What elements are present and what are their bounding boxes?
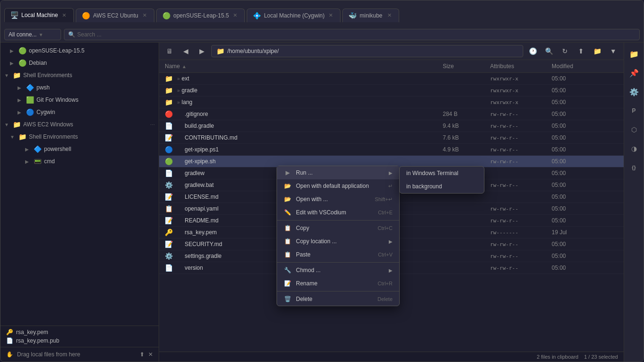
sidebar-item-opensuse[interactable]: ▶ 🟢 openSUSE-Leap-15.5 <box>0 44 159 57</box>
file-attr: rw-rw-r-- <box>490 182 552 188</box>
right-icon-github[interactable]: ⬡ <box>626 122 642 137</box>
expand-icon: ▼ <box>10 134 16 140</box>
menu-item-copy[interactable]: 📋 Copy Ctrl+C <box>277 221 399 235</box>
sidebar-item-pwsh[interactable]: ▶ 🔷 pwsh <box>0 81 159 94</box>
sidebar-tree: ▶ 🟢 openSUSE-Leap-15.5 ▶ 🟢 Debian ▼ 📁 Sh… <box>0 43 159 326</box>
git-file-icon: 🔴 <box>165 110 177 118</box>
sidebar-section-shell-envs[interactable]: ▼ 📁 Shell Environments <box>0 69 159 81</box>
drop-zone-container: 🔑 rsa_key.pem 📄 rsa_key.pem.pub ✋ Drag l… <box>0 326 159 362</box>
file-modified: 19 Jul <box>552 229 618 236</box>
history-button[interactable]: 🕐 <box>526 44 539 58</box>
file-table-header: Name ▲ Size Attributes Modified <box>159 60 624 73</box>
tab-close-aws[interactable]: ✕ <box>141 12 148 19</box>
right-icon-pro[interactable]: P <box>626 103 642 118</box>
path-text: /home/ubuntu/xpipe/ <box>227 48 279 54</box>
sidebar-item-cmd[interactable]: ▶ 📟 cmd <box>0 155 159 168</box>
file-size: 284 B <box>443 111 490 117</box>
close-drop-icon[interactable]: ✕ <box>148 351 153 358</box>
submenu-label-background: in background <box>406 183 442 190</box>
menu-label-edit: Edit with VSCodium <box>296 209 373 216</box>
table-row[interactable]: 📄 build.gradle 9.4 kB rw-rw-r-- 05:00 <box>159 120 624 132</box>
table-row[interactable]: 📝 CONTRIBUTING.md 7.6 kB rw-rw-r-- 05:00 <box>159 132 624 144</box>
tab-close-opensuse[interactable]: ✕ <box>232 12 239 19</box>
submenu-item-background[interactable]: in background <box>400 180 484 193</box>
tab-local-cygwin[interactable]: 💠 Local Machine (Cygwin) ✕ <box>247 9 340 22</box>
right-icon-discord[interactable]: ◑ <box>626 141 642 156</box>
menu-item-delete[interactable]: 🗑️ Delete Delete <box>277 292 399 306</box>
run-submenu[interactable]: in Windows Terminal in background <box>399 166 484 194</box>
file-icon: 📄 <box>165 169 177 177</box>
table-row[interactable]: 🔴 .gitignore 284 B rw-rw-r-- 05:00 <box>159 108 624 120</box>
upload-icon[interactable]: ⬆ <box>140 351 144 358</box>
drag-icon: ✋ <box>6 351 13 358</box>
search-input[interactable] <box>77 31 635 38</box>
file-attr: rw-rw-r-- <box>490 159 552 165</box>
selected-status: 1 / 23 selected <box>584 354 618 360</box>
expand-icon: ▼ <box>4 73 10 78</box>
tab-close-cygwin[interactable]: ✕ <box>327 12 334 19</box>
sidebar-item-debian[interactable]: ▶ 🟢 Debian <box>0 57 159 69</box>
chevron-right-icon: ▶ <box>10 61 16 66</box>
chevron-right-icon: ▶ <box>25 147 31 152</box>
drop-file-pub-label: rsa_key.pem.pub <box>16 337 59 344</box>
md-icon: 📝 <box>165 193 177 201</box>
table-row[interactable]: 📁 » lang rwxrwxr-x 05:00 <box>159 97 624 108</box>
monitor-icon[interactable]: 🖥 <box>163 44 176 58</box>
search-icon: 🔍 <box>68 31 75 38</box>
right-icon-pin[interactable]: 📌 <box>626 65 642 80</box>
tab-aws-ubuntu[interactable]: 🟠 AWS EC2 Ubuntu ✕ <box>76 9 154 22</box>
more-button[interactable]: ▼ <box>607 44 620 58</box>
menu-label-rename: Rename <box>296 280 373 287</box>
submenu-item-windows-terminal[interactable]: in Windows Terminal <box>400 167 484 180</box>
file-attr: rw-rw-r-- <box>490 111 552 117</box>
table-row[interactable]: 🔵 get-xpipe.ps1 4.9 kB rw-rw-r-- 05:00 <box>159 144 624 156</box>
table-row[interactable]: 📁 » gradle rwxrwxr-x 05:00 <box>159 85 624 97</box>
col-header-name[interactable]: Name ▲ <box>165 63 443 70</box>
sidebar-item-cygwin[interactable]: ▶ 🔵 Cygwin <box>0 106 159 118</box>
menu-item-edit[interactable]: ✏️ Edit with VSCodium Ctrl+E <box>277 206 399 219</box>
copy-loc-arrow-icon: ▶ <box>389 239 393 244</box>
sidebar-section-aws-windows[interactable]: ▼ 📁 AWS EC2 Windows ⋯ <box>0 118 159 131</box>
menu-item-rename[interactable]: 📝 Rename Ctrl+R <box>277 277 399 290</box>
path-bar[interactable]: 📁 /home/ubuntu/xpipe/ <box>211 45 523 57</box>
tab-minikube[interactable]: 🐳 minikube ✕ <box>342 9 399 22</box>
menu-item-paste[interactable]: 📋 Paste Ctrl+V <box>277 248 399 261</box>
separator <box>277 291 399 291</box>
shortcut-paste: Ctrl+V <box>378 252 393 257</box>
file-icon: 📄 <box>6 337 13 344</box>
back-button[interactable]: ◀ <box>179 44 192 58</box>
menu-item-open-default[interactable]: 📂 Open with default application ↵ <box>277 179 399 193</box>
new-folder-button[interactable]: 📁 <box>590 44 604 58</box>
context-menu[interactable]: ▶ Run ... ▶ in Windows Terminal in backg… <box>277 166 400 306</box>
tab-close-minikube[interactable]: ✕ <box>386 12 393 19</box>
table-row[interactable]: 📁 » ext rwxrwxr-x 05:00 <box>159 73 624 85</box>
folder-icon: 📁 <box>18 133 27 141</box>
search-button[interactable]: 🔍 <box>542 44 555 58</box>
upload-button[interactable]: ⬆ <box>574 44 588 58</box>
refresh-button[interactable]: ↻ <box>558 44 572 58</box>
tab-local-machine[interactable]: 🖥️ Local Machine ✕ <box>4 8 74 22</box>
drag-drop-zone[interactable]: ✋ Drag local files from here ⬆ ✕ <box>0 347 159 362</box>
file-modified: 05:00 <box>552 111 618 117</box>
menu-item-copy-location[interactable]: 📋 Copy location ... ▶ <box>277 235 399 248</box>
sidebar-item-git-windows[interactable]: ▶ 🟩 Git For Windows <box>0 94 159 106</box>
sidebar-section-aws-shell-envs[interactable]: ▼ 📁 Shell Environments <box>0 131 159 143</box>
sidebar-item-powershell[interactable]: ▶ 🔷 powershell <box>0 143 159 155</box>
file-modified: 05:00 <box>552 241 618 247</box>
menu-item-open-with[interactable]: 📂 Open with ... Shift+↵ <box>277 193 399 206</box>
right-icon-settings[interactable]: ⚙️ <box>626 84 642 99</box>
forward-button[interactable]: ▶ <box>195 44 208 58</box>
tab-close-local[interactable]: ✕ <box>61 12 68 19</box>
app-container: 🖥️ Local Machine ✕ 🟠 AWS EC2 Ubuntu ✕ 🟢 … <box>0 0 644 362</box>
tab-opensuse[interactable]: 🟢 openSUSE-Leap-15.5 ✕ <box>156 9 245 22</box>
right-icon-files[interactable]: 📁 <box>626 46 642 62</box>
right-icon-api[interactable]: {} <box>626 160 642 175</box>
menu-item-run[interactable]: ▶ Run ... ▶ in Windows Terminal in backg… <box>277 166 399 179</box>
col-header-attributes[interactable]: Attributes <box>490 63 552 70</box>
search-box[interactable]: 🔍 <box>64 29 640 40</box>
menu-item-chmod[interactable]: 🔧 Chmod ... ▶ <box>277 264 399 277</box>
col-header-modified[interactable]: Modified <box>552 63 618 70</box>
sidebar-label-git-windows: Git For Windows <box>36 97 155 103</box>
connection-dropdown[interactable]: All conne... ▼ <box>4 29 61 40</box>
col-header-size[interactable]: Size <box>443 63 490 70</box>
